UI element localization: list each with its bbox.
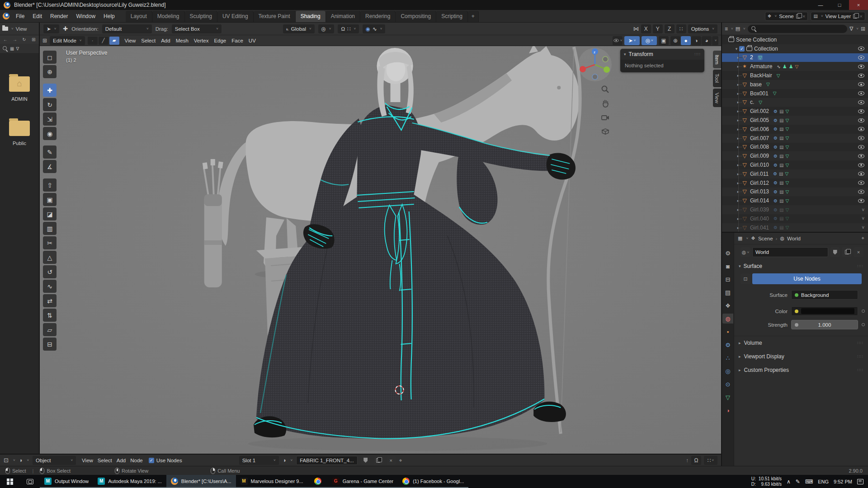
- tool-edge-slide[interactable]: ⇄: [43, 294, 57, 307]
- panel-viewport-display[interactable]: ▸ Viewport Display ∷∷: [734, 350, 868, 363]
- menu-edit[interactable]: Edit: [29, 12, 46, 21]
- hide-eye-icon[interactable]: [858, 154, 864, 158]
- outliner-item-row[interactable]: ▸▽ Box001 ▽: [722, 89, 868, 98]
- new-view-layer-icon[interactable]: [853, 14, 857, 19]
- options-dropdown[interactable]: Options˅: [688, 24, 717, 33]
- animate-dot-icon[interactable]: [862, 310, 865, 313]
- file-browser-editor-icon[interactable]: [2, 27, 8, 31]
- mode-dropdown[interactable]: Edit Mode˅: [50, 36, 85, 45]
- tool-move[interactable]: ✚: [43, 84, 57, 97]
- tool-cursor[interactable]: ⊕: [43, 65, 57, 78]
- transform-panel-header[interactable]: ▾ Transform ∷∷: [620, 49, 704, 60]
- filter-icon[interactable]: ∇: [16, 46, 19, 51]
- tool-measure[interactable]: ∡: [43, 160, 57, 173]
- shader-menu-node[interactable]: Node: [128, 457, 145, 464]
- world-shield-icon[interactable]: [830, 247, 840, 257]
- forward-icon[interactable]: →: [11, 37, 19, 42]
- hide-eye-icon[interactable]: [858, 74, 864, 78]
- properties-tab-scene[interactable]: ❖: [722, 300, 733, 310]
- properties-pin-icon[interactable]: ⌖: [862, 235, 864, 241]
- panel-volume[interactable]: ▸ Volume ∷∷: [734, 336, 868, 350]
- view-layer-selector[interactable]: ▤ ˅ View Layer ×: [811, 12, 865, 21]
- tool-shrink-fatten[interactable]: ⇅: [43, 309, 57, 322]
- viewport-menu-edge[interactable]: Edge: [211, 37, 229, 44]
- hide-eye-icon[interactable]: [858, 56, 864, 60]
- edge-select-button[interactable]: ╱: [99, 37, 108, 45]
- hide-eye-icon[interactable]: [858, 127, 864, 131]
- workspace-tab-sculpting[interactable]: Sculpting: [185, 11, 217, 22]
- breadcrumb-world[interactable]: World: [787, 236, 801, 241]
- properties-tab-particles[interactable]: ∴: [722, 353, 733, 363]
- insert-keyframe-arrow-icon[interactable]: ↑: [686, 457, 689, 464]
- pivot-point-dropdown[interactable]: ◎˅: [318, 24, 335, 33]
- tray-expand-icon[interactable]: ∧: [787, 479, 791, 485]
- use-nodes-button[interactable]: Use Nodes: [752, 273, 862, 284]
- mirror-x-button[interactable]: X: [641, 24, 651, 33]
- workspace-tab-scripting[interactable]: Scripting: [436, 11, 468, 22]
- hide-eye-icon[interactable]: [858, 109, 864, 113]
- hide-eye-icon[interactable]: [858, 47, 864, 51]
- hide-eye-icon[interactable]: [858, 172, 864, 176]
- transform-orientation-dropdown[interactable]: ⟀Global˅: [283, 24, 315, 33]
- taskbar-app-garena[interactable]: G Garena - Game Center: [328, 475, 398, 488]
- workspace-tab-+[interactable]: +: [468, 11, 479, 22]
- world-copy-icon[interactable]: [842, 247, 852, 257]
- tool-scale[interactable]: ⇲: [43, 113, 57, 126]
- tool-annotate[interactable]: ✎: [43, 145, 57, 159]
- hide-eye-icon[interactable]: [858, 181, 864, 185]
- outliner-item-row[interactable]: ▸▽ Girl.005 ⚙▤▽: [722, 116, 868, 125]
- outliner-item-row[interactable]: ▸▽ base ▽: [722, 80, 868, 89]
- wireframe-shading-button[interactable]: ⊕: [670, 36, 680, 45]
- action-center-icon[interactable]: [857, 479, 863, 484]
- tool-shear[interactable]: ▱: [43, 323, 57, 336]
- proportional-editing-dropdown[interactable]: ◉∿˅: [363, 24, 385, 33]
- workspace-tab-uv-editing[interactable]: UV Editing: [217, 11, 254, 22]
- properties-tab-output[interactable]: ⊟: [722, 274, 733, 284]
- back-icon[interactable]: ←: [1, 37, 9, 42]
- shading-dropdown[interactable]: ˅: [712, 36, 718, 45]
- pan-hand-icon[interactable]: [601, 99, 610, 108]
- outliner-item-row[interactable]: ▸▽ Girl.006 ⚙▤▽: [722, 125, 868, 134]
- properties-tab-world[interactable]: ◍: [722, 314, 733, 324]
- close-button[interactable]: ×: [849, 0, 868, 10]
- tool-smooth[interactable]: ∿: [43, 280, 57, 293]
- world-name-field[interactable]: World: [752, 247, 828, 257]
- maximize-button[interactable]: □: [830, 0, 849, 10]
- folder-item[interactable]: ADMIN: [0, 76, 39, 102]
- hide-eye-icon[interactable]: [858, 82, 864, 86]
- outliner-root-row[interactable]: Scene Collection: [722, 35, 868, 44]
- properties-tab-modifiers[interactable]: ⚙: [722, 340, 733, 350]
- outliner-item-row[interactable]: ▸▽ Girl.002 ⚙▤▽: [722, 107, 868, 116]
- fake-user-shield-icon[interactable]: [361, 456, 370, 465]
- outliner-item-row[interactable]: ▸▽ 2 ▽: [722, 53, 868, 62]
- shader-editor-icon[interactable]: ⊡: [4, 457, 9, 464]
- outliner-mode-icon[interactable]: ≡: [725, 26, 728, 32]
- rendered-shading-button[interactable]: ◕: [702, 36, 712, 45]
- active-tool-dropdown[interactable]: ➤˅: [43, 24, 59, 33]
- hide-eye-icon[interactable]: [858, 100, 864, 104]
- scene-selector[interactable]: ❖ ˅ Scene ×: [765, 12, 808, 21]
- copy-material-icon[interactable]: [374, 456, 383, 465]
- expand-icon[interactable]: ▾: [734, 47, 739, 51]
- gizmos-dropdown[interactable]: ➤˅: [624, 36, 640, 45]
- taskbar-app-blender[interactable]: Blender* [C:\Users\A...: [166, 475, 236, 488]
- strength-slider[interactable]: 1.000: [791, 320, 858, 329]
- properties-tab-tool[interactable]: ⚙: [722, 248, 733, 258]
- sidebar-tab-view[interactable]: View: [713, 89, 721, 108]
- hide-eye-icon[interactable]: [858, 65, 864, 69]
- outliner-collection-row[interactable]: ▾ ✓ Collection: [722, 44, 868, 53]
- shader-type-dropdown[interactable]: Object˅: [33, 456, 76, 465]
- sidebar-tab-tool[interactable]: Tool: [713, 70, 721, 87]
- shader-menu-view[interactable]: View: [80, 457, 95, 464]
- viewport-menu-face[interactable]: Face: [229, 37, 246, 44]
- tool-knife[interactable]: ✂: [43, 236, 57, 249]
- menu-render[interactable]: Render: [47, 12, 71, 21]
- properties-tab-object-data[interactable]: ▽: [722, 392, 733, 402]
- mirror-z-button[interactable]: Z: [665, 24, 675, 33]
- properties-tab-constraints[interactable]: ⊙: [722, 379, 733, 389]
- hide-eye-icon[interactable]: [858, 136, 864, 140]
- workspace-tab-shading[interactable]: Shading: [296, 11, 326, 22]
- outliner-item-row[interactable]: ▸▽ Girl.007 ⚙▤▽: [722, 134, 868, 143]
- start-button[interactable]: [0, 475, 20, 488]
- pen-icon[interactable]: ✎: [796, 479, 800, 485]
